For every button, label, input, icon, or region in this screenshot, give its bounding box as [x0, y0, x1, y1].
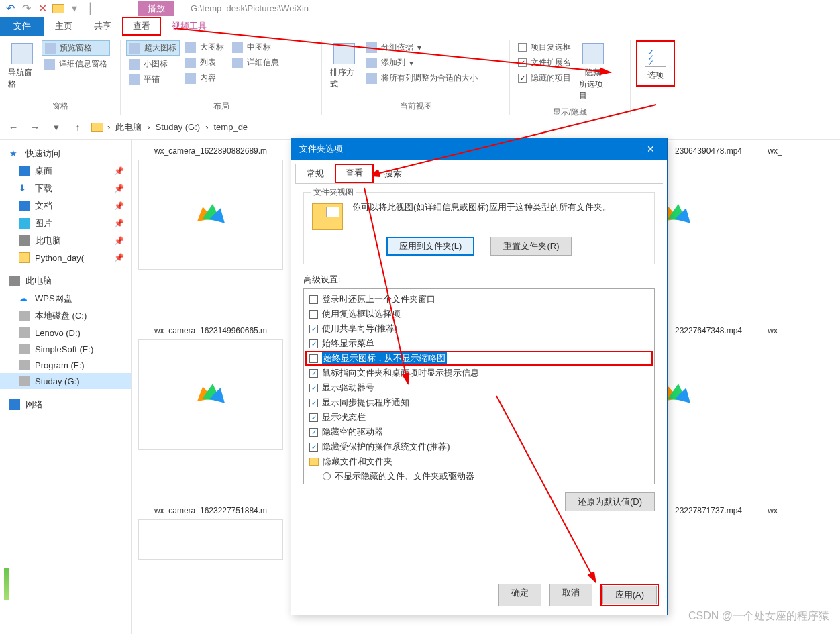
- tab-view[interactable]: 查看: [122, 17, 161, 36]
- list-button[interactable]: 列表: [182, 56, 227, 70]
- close-button[interactable]: ✕: [637, 138, 664, 160]
- adv-show-hidden[interactable]: 显示隐藏的文件、文件夹和驱动器: [305, 484, 653, 484]
- sidebar-drive-c[interactable]: 本地磁盘 (C:): [0, 307, 131, 325]
- file-name[interactable]: wx_: [765, 506, 785, 515]
- crumb-folder[interactable]: temp_de: [213, 122, 250, 132]
- window-title-path: G:\temp_desk\Pictures\WeiXin: [191, 3, 309, 13]
- adv-show-menus[interactable]: ✓始终显示菜单: [305, 336, 653, 351]
- sidebar-drive-e[interactable]: SimpleSoft (E:): [0, 341, 131, 357]
- video-thumbnail[interactable]: [138, 519, 283, 560]
- sidebar-pictures[interactable]: 图片📌: [0, 215, 131, 232]
- contextual-tab[interactable]: 播放: [138, 1, 174, 16]
- sidebar-network[interactable]: 网络: [0, 396, 131, 413]
- file-name[interactable]: wx_: [765, 326, 785, 335]
- forward-button[interactable]: →: [27, 119, 43, 136]
- adv-always-icons[interactable]: 始终显示图标，从不显示缩略图: [305, 351, 653, 366]
- ok-button[interactable]: 确定: [498, 584, 541, 606]
- tab-home[interactable]: 主页: [44, 17, 83, 36]
- lg-icons-button[interactable]: 大图标: [182, 40, 227, 54]
- dialog-tab-search[interactable]: 搜索: [373, 164, 413, 183]
- undo-icon[interactable]: ↶: [3, 1, 17, 16]
- sidebar-downloads[interactable]: ⬇下载📌: [0, 180, 131, 197]
- sidebar-drive-f[interactable]: Program (F:): [0, 357, 131, 373]
- adv-sync-notify[interactable]: ✓显示同步提供程序通知: [305, 395, 653, 410]
- sidebar-drive-g[interactable]: Studay (G:): [0, 373, 131, 389]
- file-name[interactable]: 23227871737.mp4: [662, 506, 755, 515]
- checkbox-icon: [309, 354, 318, 363]
- dropdown-icon[interactable]: ▾: [67, 1, 82, 16]
- folder-icon: [309, 458, 319, 466]
- sidebar-desktop[interactable]: 桌面📌: [0, 162, 131, 180]
- video-thumbnail[interactable]: [138, 160, 283, 270]
- grid-icon: [185, 42, 196, 53]
- file-name[interactable]: wx_: [765, 146, 785, 156]
- options-button[interactable]: ✓✓✓选项: [639, 43, 672, 84]
- tab-share[interactable]: 共享: [83, 17, 122, 36]
- tab-file[interactable]: 文件: [0, 17, 44, 36]
- dialog-titlebar[interactable]: 文件夹选项 ✕: [291, 138, 667, 160]
- adv-hide-empty-drives[interactable]: ✓隐藏空的驱动器: [305, 425, 653, 439]
- tab-video-tools[interactable]: 视频工具: [161, 17, 217, 36]
- sidebar-drive-d[interactable]: Lenovo (D:): [0, 325, 131, 341]
- md-icons-button[interactable]: 中图标: [229, 40, 282, 54]
- file-name[interactable]: 23227647348.mp4: [662, 326, 755, 335]
- crumb-drive[interactable]: Studay (G:): [154, 122, 201, 132]
- delete-icon[interactable]: ✕: [35, 1, 50, 16]
- reset-folders-button[interactable]: 重置文件夹(R): [490, 237, 572, 256]
- sort-by-button[interactable]: 排序方式: [327, 40, 361, 93]
- nav-pane-button[interactable]: 导航窗格: [5, 40, 39, 93]
- nav-tree[interactable]: ★快速访问 桌面📌 ⬇下载📌 文档📌 图片📌 此电脑📌 Python_day(📌…: [0, 140, 132, 634]
- restore-defaults-button[interactable]: 还原为默认值(D): [565, 492, 655, 511]
- adv-status-bar[interactable]: ✓显示状态栏: [305, 410, 653, 425]
- dialog-tab-view[interactable]: 查看: [335, 164, 374, 183]
- adv-hide-protected[interactable]: ✓隐藏受保护的操作系统文件(推荐): [305, 439, 653, 454]
- group-by-button[interactable]: 分组依据 ▾: [364, 40, 480, 54]
- adv-restore-prev[interactable]: 登录时还原上一个文件夹窗口: [305, 292, 653, 307]
- adv-checkbox-select[interactable]: 使用复选框以选择项: [305, 307, 653, 321]
- video-thumbnail[interactable]: [138, 339, 283, 450]
- sidebar-python-day[interactable]: Python_day(📌: [0, 250, 131, 266]
- cancel-button[interactable]: 取消: [549, 584, 592, 606]
- sidebar-thispc[interactable]: 此电脑: [0, 272, 131, 290]
- redo-icon[interactable]: ↷: [19, 1, 34, 16]
- history-dropdown[interactable]: ▾: [48, 119, 64, 136]
- advanced-settings-list[interactable]: 登录时还原上一个文件夹窗口 使用复选框以选择项 ✓使用共享向导(推荐) ✓始终显…: [303, 288, 655, 484]
- sidebar-thispc-pin[interactable]: 此电脑📌: [0, 232, 131, 250]
- cloud-icon: ☁: [19, 293, 30, 304]
- sidebar-wps[interactable]: ☁WPS网盘: [0, 290, 131, 307]
- file-name[interactable]: wx_camera_1622890882689.m: [138, 146, 283, 156]
- checkbox-icon: ✓: [309, 325, 318, 333]
- fit-columns-button[interactable]: 将所有列调整为合适的大小: [364, 71, 480, 85]
- preview-pane-button[interactable]: 预览窗格: [42, 40, 110, 56]
- tiles-button[interactable]: 平铺: [126, 72, 180, 87]
- apply-to-folders-button[interactable]: 应用到文件夹(L): [386, 237, 475, 256]
- breadcrumb[interactable]: › 此电脑› Studay (G:)› temp_de: [91, 121, 249, 134]
- file-name[interactable]: 23064390478.mp4: [662, 146, 755, 156]
- back-button[interactable]: ←: [5, 119, 21, 136]
- adv-sharing-wizard[interactable]: ✓使用共享向导(推荐): [305, 321, 653, 336]
- sidebar-documents[interactable]: 文档📌: [0, 197, 131, 215]
- adv-dont-show-hidden[interactable]: 不显示隐藏的文件、文件夹或驱动器: [305, 469, 653, 484]
- add-columns-button[interactable]: 添加列 ▾: [364, 56, 480, 70]
- dialog-tab-general[interactable]: 常规: [295, 164, 335, 183]
- adv-hover-tips[interactable]: ✓鼠标指向文件夹和桌面项时显示提示信息: [305, 366, 653, 380]
- details-pane-button[interactable]: 详细信息窗格: [42, 57, 110, 71]
- xl-icons-button[interactable]: 超大图标: [126, 40, 180, 56]
- checkbox-icon: ✓: [309, 413, 318, 422]
- hidden-items-toggle[interactable]: ✓隐藏的项目: [515, 71, 574, 85]
- crumb-thispc[interactable]: 此电脑: [114, 121, 143, 134]
- group-showhide-label: 显示/隐藏: [515, 104, 625, 121]
- drive-icon: [19, 376, 30, 386]
- up-button[interactable]: ↑: [70, 119, 86, 136]
- adv-drive-letters[interactable]: ✓显示驱动器号: [305, 380, 653, 395]
- apply-button[interactable]: 应用(A): [602, 586, 657, 604]
- details-list-button[interactable]: 详细信息: [229, 56, 282, 70]
- hide-selected-button[interactable]: 隐藏所选项目: [576, 40, 610, 104]
- sidebar-quick-access[interactable]: ★快速访问: [0, 145, 131, 162]
- content-button[interactable]: 内容: [182, 71, 227, 85]
- sm-icons-button[interactable]: 小图标: [126, 57, 180, 71]
- item-checkboxes-toggle[interactable]: 项目复选框: [515, 40, 574, 54]
- file-name[interactable]: wx_camera_1623227751884.m: [138, 506, 283, 515]
- file-name[interactable]: wx_camera_1623149960665.m: [138, 326, 283, 335]
- file-ext-toggle[interactable]: ✓文件扩展名: [515, 56, 574, 70]
